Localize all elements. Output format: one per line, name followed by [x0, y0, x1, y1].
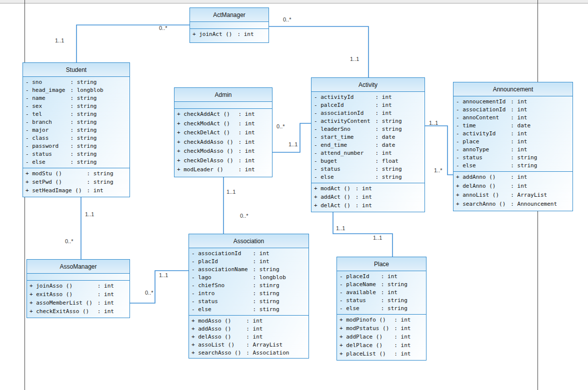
class-attribute: - sex : string [23, 102, 130, 110]
class-attribute-type: : int [249, 258, 308, 266]
class-attribute-name: - class [23, 134, 66, 142]
connector-actmanager-activity[interactable] [269, 26, 368, 77]
class-attribute: - status : stirng [189, 298, 308, 306]
class-attribute: - name : string [23, 94, 130, 102]
class-box-place[interactable]: Place - placeId : int - placeName : stri… [336, 257, 426, 361]
class-method: + modPstatus () : int [337, 325, 426, 333]
class-attributes-compartment: - activityId : int - palceId : int - ass… [312, 92, 424, 183]
class-box-student[interactable]: Student - sno : string - head_image : lo… [22, 62, 130, 197]
class-attribute-type: : date [372, 141, 424, 149]
class-attribute-name: - name [23, 94, 66, 102]
class-method: + checkExitAsso () : int [27, 308, 130, 316]
class-attribute-name: - intro [189, 290, 249, 298]
class-attribute-type: : int [249, 250, 308, 258]
class-method-type: : Announcement [506, 200, 572, 209]
class-attribute-name: - associationId [454, 106, 506, 114]
class-method: + delAct () : int [312, 202, 424, 210]
class-attribute: - tel : string [23, 110, 130, 118]
class-attribute-type: : string [377, 305, 426, 313]
class-attribute-type: : int [506, 146, 572, 154]
class-attribute: - status : string [312, 165, 424, 173]
class-method: + delPlace () : int [337, 342, 426, 350]
class-attribute: - else : string [312, 173, 424, 181]
class-box-assomanager[interactable]: AssoManager + joinAsso () : int + exitAs… [26, 259, 130, 318]
class-attribute-type: : int [377, 273, 426, 281]
class-attribute-type: : string [377, 281, 426, 289]
connector-student-actmanager[interactable] [76, 25, 190, 62]
class-attribute-type: : date [506, 122, 572, 130]
class-attribute: - else : string [337, 305, 426, 313]
multiplicity-label: 0..* [240, 213, 248, 219]
class-attribute-name: - place [454, 138, 506, 146]
multiplicity-label: 1..1 [373, 235, 382, 241]
class-method-type: : int [234, 110, 272, 120]
class-attribute-type: : string [66, 110, 130, 118]
class-method-type: : int [242, 333, 308, 341]
class-method-name: + checkModAct () [174, 120, 234, 129]
connector-activity-place[interactable] [333, 212, 392, 257]
class-attribute-type: : string [372, 173, 424, 181]
class-attribute-type: : string [66, 102, 130, 110]
class-method-type: : ArrayList [242, 341, 308, 349]
multiplicity-label: 1..1 [429, 120, 438, 126]
class-attribute-type: : string [66, 134, 130, 142]
class-method-name: + addPlace () [337, 333, 390, 342]
class-method-type: : int [242, 317, 308, 325]
class-attribute-name: - annoType [454, 146, 506, 154]
class-attribute-type: : string [66, 118, 130, 126]
class-method: + modAct () : int [312, 185, 424, 193]
multiplicity-label: 1..* [434, 167, 442, 174]
class-attribute-name: - activityId [454, 130, 506, 138]
class-method: + addAct () : int [312, 193, 424, 202]
class-method: + modStu () : string [23, 170, 130, 178]
class-method: + assoMemberList () : int [27, 299, 130, 308]
class-method-name: + addAsso () [189, 325, 242, 333]
class-method-name: + checkExitAsso () [27, 308, 94, 316]
class-attribute-type: : string [66, 78, 130, 86]
class-method: + checkAddAsso () : int [174, 138, 272, 148]
class-attribute: - status : string [23, 150, 130, 158]
class-attribute: - available : int [337, 289, 426, 297]
class-box-association[interactable]: Association - associationId : int - plac… [188, 234, 309, 359]
class-box-admin[interactable]: Admin + checkAddAct () : int + checkModA… [174, 87, 272, 177]
class-method-type: : int [94, 308, 130, 316]
class-attribute-type: : string [66, 158, 130, 166]
class-methods-compartment: + modAsso () : int + addAsso () : int + … [189, 316, 308, 359]
class-attribute-name: - annoContent [454, 114, 506, 122]
class-attribute: - palceId : int [312, 101, 424, 109]
class-attribute-type: : string [506, 162, 572, 170]
class-method-name: + checkAddAsso () [174, 138, 234, 148]
class-attribute-type: : int [372, 101, 424, 109]
class-attribute-type: : int [506, 98, 572, 106]
class-method: + addAnno () : int [454, 173, 572, 182]
class-method-type: : int [234, 147, 272, 157]
class-attributes-compartment [174, 102, 272, 109]
class-box-actmanager[interactable]: ActManager + joinAct () : int [190, 7, 269, 43]
class-method-type: : ArrayList [506, 191, 572, 200]
multiplicity-label: 1..1 [350, 56, 359, 62]
class-attribute: - activityId : int [312, 93, 424, 101]
class-attribute-name: - activityContent [312, 117, 372, 125]
class-method-name: + modPstatus () [337, 325, 390, 333]
class-method-name: + modAsso () [189, 317, 242, 325]
class-method: + joinAsso () : int [27, 282, 130, 291]
class-method-name: + assoList () [189, 341, 242, 349]
class-title: AssoManager [27, 260, 130, 274]
class-attribute-name: - placId [189, 258, 249, 266]
class-attribute-type: : int [506, 114, 572, 122]
class-attribute-type: : string [66, 94, 130, 102]
class-method: + searchAnno () : Announcement [454, 200, 572, 209]
class-attribute-name: - placeName [337, 281, 377, 289]
class-attribute-name: - leaderSno [312, 125, 372, 133]
class-attribute: - end_time : date [312, 141, 424, 149]
class-method-type: : int [94, 282, 130, 291]
class-box-activity[interactable]: Activity - activityId : int - palceId : … [311, 77, 425, 212]
class-attribute-name: - associationName [189, 266, 249, 274]
class-attribute-type: : string [506, 154, 572, 162]
class-box-announcement[interactable]: Announcement - annoucementId : int - ass… [453, 82, 573, 211]
class-method-type: : int [94, 291, 130, 299]
class-attribute: - time : date [454, 122, 572, 130]
class-attribute-name: - status [337, 297, 377, 305]
class-method: + addAsso () : int [189, 325, 308, 333]
class-method-name: + annoList () [454, 191, 506, 200]
